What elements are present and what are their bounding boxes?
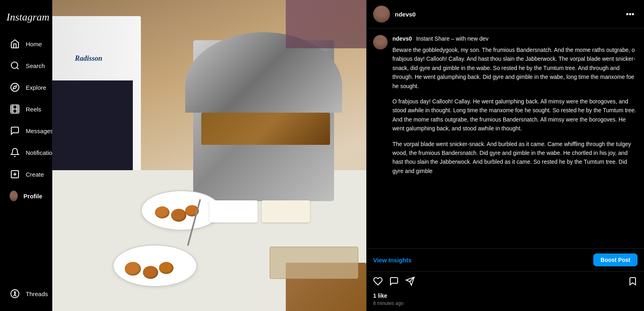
caption-header: ndevs0 Instant Share – with new dev Bewa… — [373, 35, 638, 182]
svg-point-2 — [11, 83, 19, 91]
reels-icon — [10, 104, 20, 114]
sidebar-item-label-messages: Messages — [26, 128, 53, 134]
caption-text: Beware the gobbledygook, my son. The fru… — [392, 45, 638, 175]
caption-subtitle: Instant Share – with new dev — [416, 35, 489, 42]
sidebar-item-messages[interactable]: Messages — [3, 121, 49, 141]
caption-area: ndevs0 Instant Share – with new dev Bewa… — [367, 29, 644, 248]
boost-post-button[interactable]: Boost Post — [593, 253, 638, 266]
svg-line-1 — [17, 68, 19, 69]
reaction-left — [373, 276, 415, 288]
like-button[interactable] — [373, 276, 383, 288]
right-panel: ndevs0 ••• ndevs0 Instant Share – with n… — [366, 0, 644, 311]
likes-area: 1 like 8 minutes ago — [367, 291, 644, 311]
likes-count: 1 like — [373, 292, 638, 299]
home-icon — [10, 39, 20, 49]
sidebar-item-create[interactable]: Create — [3, 164, 49, 184]
sidebar-item-label-create: Create — [26, 171, 44, 178]
post-photo: Radisson — [52, 0, 366, 311]
svg-point-0 — [11, 62, 18, 68]
post-user-avatar[interactable] — [373, 6, 390, 23]
sidebar-item-profile[interactable]: Profile — [3, 186, 49, 206]
view-insights-button[interactable]: View Insights — [373, 257, 412, 264]
explore-icon — [10, 82, 20, 93]
sidebar-item-explore[interactable]: Explore — [3, 77, 49, 97]
sidebar-item-label-home: Home — [26, 41, 42, 47]
caption-avatar[interactable] — [373, 35, 388, 49]
messages-icon — [10, 126, 20, 136]
sidebar-item-label-threads: Threads — [26, 290, 48, 297]
post-more-button[interactable]: ••• — [623, 8, 638, 21]
sidebar-item-reels[interactable]: Reels — [3, 99, 49, 119]
main-content: 1 accounts reached in the last 30 days V… — [52, 0, 644, 311]
caption-username: ndevs0 — [392, 35, 412, 42]
search-icon — [10, 60, 20, 71]
reaction-bar — [367, 272, 644, 291]
action-bar: View Insights Boost Post — [367, 248, 644, 272]
notifications-icon — [10, 147, 20, 158]
caption-paragraph-3: The vorpal blade went snicker-snack. And… — [392, 140, 638, 176]
share-button[interactable] — [405, 276, 415, 288]
sidebar-item-search[interactable]: Search — [3, 56, 49, 76]
caption-header-line: ndevs0 Instant Share – with new dev — [392, 35, 638, 42]
caption-content: ndevs0 Instant Share – with new dev Bewa… — [392, 35, 638, 182]
bookmark-button[interactable] — [628, 276, 638, 288]
post-header: ndevs0 ••• — [367, 0, 644, 29]
sidebar-item-label-search: Search — [26, 62, 45, 69]
post-username: ndevs0 — [395, 11, 416, 18]
sidebar-item-label-profile: Profile — [23, 193, 42, 200]
post-image-area: 1 accounts reached in the last 30 days V… — [52, 0, 366, 311]
profile-avatar — [10, 191, 18, 201]
sidebar-item-home[interactable]: Home — [3, 34, 49, 54]
create-icon — [10, 169, 20, 179]
sidebar-item-notifications[interactable]: Notifications — [3, 142, 49, 163]
sidebar: Instagram Home Search Explore — [0, 0, 52, 311]
post-header-left: ndevs0 — [373, 6, 416, 23]
comment-button[interactable] — [389, 276, 399, 288]
sidebar-item-label-explore: Explore — [26, 84, 46, 91]
svg-marker-3 — [13, 86, 17, 89]
post-timestamp: 8 minutes ago — [373, 301, 638, 306]
caption-paragraph-2: O frabjous day! Callooh! Callay. He went… — [392, 97, 638, 133]
sidebar-item-threads[interactable]: Threads — [3, 284, 49, 304]
sidebar-item-label-reels: Reels — [26, 106, 41, 113]
instagram-logo: Instagram — [0, 6, 52, 33]
threads-icon — [10, 288, 20, 299]
caption-paragraph-1: Beware the gobbledygook, my son. The fru… — [392, 45, 638, 91]
